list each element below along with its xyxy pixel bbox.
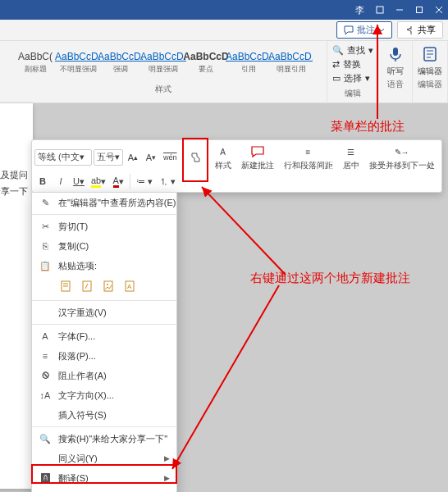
styles-group: AaBbC(副标题AaBbCcD.不明显强调AaBbCcD.强调AaBbCcD.… — [0, 41, 327, 102]
minimize-icon[interactable] — [395, 6, 404, 14]
cm-synonyms[interactable]: 同义词(Y)▶ — [32, 449, 176, 468]
highlight-color-button[interactable]: ab ▾ — [89, 173, 108, 189]
styles-gallery[interactable]: AaBbC(副标题AaBbCcD.不明显强调AaBbCcD.强调AaBbCcD.… — [14, 43, 313, 82]
style-gallery-item[interactable]: AaBbC(副标题 — [14, 43, 57, 82]
style-gallery-item[interactable]: AaBbCcD要点 — [185, 43, 227, 82]
cm-font[interactable]: A字体(F)... — [32, 326, 176, 346]
maximize-icon[interactable] — [415, 6, 423, 14]
line-spacing-button[interactable]: ≡行和段落间距 — [280, 143, 337, 171]
cm-copy[interactable]: ⎘复制(C) — [32, 236, 176, 256]
numbering-button[interactable]: ⒈ ▾ — [157, 173, 178, 189]
editing-group-label: 编辑 — [345, 88, 361, 99]
grow-font-button[interactable]: A▴ — [125, 149, 141, 166]
paste-merge-icon[interactable] — [78, 277, 96, 295]
cm-search-selection[interactable]: 🔍搜索(H)"来给大家分享一下" — [32, 429, 176, 449]
editor-group-label: 编辑器 — [418, 79, 442, 90]
cm-insert-symbol[interactable]: 插入符号(S) — [32, 405, 176, 425]
dictate-button[interactable] — [384, 43, 407, 66]
comments-button-label: 批注 — [357, 24, 375, 36]
editor-button[interactable] — [418, 43, 441, 66]
bullets-button[interactable]: ≔ ▾ — [134, 173, 155, 189]
style-gallery-item[interactable]: AaBbCcD.引用 — [227, 43, 270, 82]
page-text-line: 以及提问 — [0, 169, 28, 181]
italic-button[interactable]: I — [53, 173, 69, 189]
select-button[interactable]: ▭ 选择 ▾ — [332, 72, 370, 84]
ribbon-header: 批注 共享 — [0, 20, 448, 41]
new-comment-button[interactable]: 新建批注 — [237, 143, 278, 171]
format-painter-button[interactable] — [187, 149, 203, 166]
document-page[interactable]: 以及提问 给大家分享一下 — [0, 103, 33, 489]
style-gallery-item[interactable]: AaBbCcD.强调 — [99, 43, 142, 82]
shrink-font-button[interactable]: A▾ — [143, 149, 159, 166]
svg-text:A: A — [127, 283, 132, 290]
find-button[interactable]: 🔍 查找 ▾ — [332, 44, 373, 57]
window-layout-icon[interactable] — [376, 6, 384, 14]
cm-paragraph[interactable]: ≡段落(P)... — [32, 346, 176, 366]
editing-group: 🔍 查找 ▾ ⇄ 替换 ▭ 选择 ▾ 编辑 — [327, 41, 379, 102]
titlebar: 李 — [0, 0, 448, 20]
phonetic-guide-button[interactable]: wén — [161, 149, 180, 166]
cm-link[interactable]: 🔗链接(I)▶ — [32, 488, 176, 492]
annotation-text-right: 右键通过这两个地方新建批注 — [250, 271, 410, 286]
cm-paste-options-label: 📋粘贴选项: — [32, 256, 176, 276]
mini-toolbar: 等线 (中文 ▾ 五号 ▾ A▴ A▾ wén A样式 新建批注 ≡行和段落间距… — [31, 139, 442, 193]
context-menu: ✎在"编辑器"中查看所选内容(E) ✂剪切(T) ⎘复制(C) 📋粘贴选项: A… — [31, 192, 177, 492]
underline-button[interactable]: U ▾ — [71, 173, 87, 189]
user-label: 李 — [355, 4, 364, 16]
comments-button[interactable]: 批注 — [336, 21, 392, 39]
bold-button[interactable]: B — [34, 173, 51, 189]
cm-translate[interactable]: 🅰翻译(S)▶ — [32, 468, 176, 488]
style-gallery-item[interactable]: AaBbCcD.明显强调 — [142, 43, 185, 82]
cm-hanzi-reselect[interactable]: 汉字重选(V) — [32, 303, 176, 322]
paste-picture-icon[interactable] — [99, 277, 117, 295]
svg-rect-0 — [377, 7, 383, 13]
svg-point-10 — [107, 284, 108, 285]
cm-cut[interactable]: ✂剪切(T) — [32, 216, 176, 236]
styles-group-label: 样式 — [155, 84, 171, 95]
style-gallery-item[interactable]: AaBbCcD.不明显强调 — [57, 43, 99, 82]
close-icon[interactable] — [435, 6, 443, 14]
share-button-label: 共享 — [418, 24, 436, 36]
font-color-button[interactable]: A ▾ — [110, 173, 126, 189]
share-button[interactable]: 共享 — [397, 21, 443, 39]
svg-rect-2 — [417, 7, 423, 13]
svg-rect-5 — [393, 48, 398, 56]
cm-block-authors[interactable]: 🛇阻止作者(A) — [32, 366, 176, 385]
annotation-text-top: 菜单栏的批注 — [331, 119, 405, 134]
accept-and-next-button[interactable]: ✎→接受并移到下一处 — [365, 143, 439, 171]
styles-dropdown-button[interactable]: A样式 — [211, 143, 235, 171]
voice-group: 听写 语音 — [379, 41, 413, 102]
replace-button[interactable]: ⇄ 替换 — [332, 58, 361, 71]
cm-text-direction[interactable]: ↕A文字方向(X)... — [32, 385, 176, 405]
align-center-button[interactable]: ☰居中 — [339, 143, 363, 171]
font-family-selector[interactable]: 等线 (中文 ▾ — [34, 149, 92, 166]
font-size-selector[interactable]: 五号 ▾ — [94, 149, 123, 166]
editor-label: 编辑器 — [418, 66, 442, 77]
cm-search-editor[interactable]: ✎在"编辑器"中查看所选内容(E) — [32, 193, 176, 212]
cm-paste-options: A — [32, 276, 176, 298]
paste-text-only-icon[interactable]: A — [121, 277, 139, 295]
editor-group: 编辑器 编辑器 — [413, 41, 448, 102]
style-gallery-item[interactable]: AaBbCcD.明显引用 — [270, 43, 313, 82]
paste-keep-source-icon[interactable] — [57, 277, 75, 295]
dictate-label: 听写 — [387, 66, 404, 77]
voice-group-label: 语音 — [387, 79, 404, 90]
ribbon: AaBbC(副标题AaBbCcD.不明显强调AaBbCcD.强调AaBbCcD.… — [0, 41, 448, 103]
page-text-line: 给大家分享一下 — [0, 185, 28, 198]
